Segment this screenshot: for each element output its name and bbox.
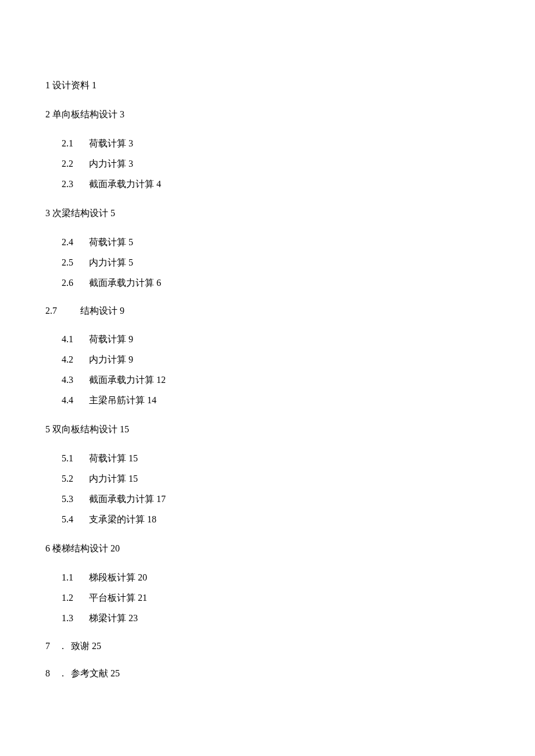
subsection-title: 截面承载力计算 [89, 278, 154, 288]
subsection-num: 4.3 [62, 373, 85, 387]
section-page: 5 [110, 208, 115, 218]
section-num: 1 [45, 80, 50, 90]
subsection-num: 1.2 [62, 591, 85, 605]
toc-subsection: 2.6 截面承载力计算 6 [62, 276, 535, 290]
toc-subsection: 2.2 内力计算 3 [62, 157, 535, 171]
toc-subsection: 4.4 主梁吊筋计算 14 [62, 393, 535, 407]
section-title: 单向板结构设计 [52, 109, 117, 119]
section-num: 2 [45, 109, 50, 119]
toc-section-7: 7 ． 致谢 25 [45, 640, 535, 653]
section-num: 6 [45, 543, 50, 553]
subsection-title: 内力计算 [89, 257, 126, 267]
section-title: 双向板结构设计 [52, 424, 117, 434]
subsection-page: 9 [129, 334, 133, 344]
subsection-page: 23 [129, 613, 138, 623]
subsection-title: 平台板计算 [89, 593, 135, 603]
toc-section-4-subs: 4.1 荷载计算 9 4.2 内力计算 9 4.3 截面承载力计算 12 4.4… [45, 332, 535, 407]
subsection-page: 18 [147, 514, 156, 524]
toc-subsection: 4.3 截面承载力计算 12 [62, 373, 535, 387]
subsection-num: 2.1 [62, 137, 85, 151]
subsection-page: 14 [147, 395, 156, 405]
section-title: 楼梯结构设计 [52, 543, 108, 553]
toc-subsection: 4.1 荷载计算 9 [62, 332, 535, 346]
toc-section-5-subs: 5.1 荷载计算 15 5.2 内力计算 15 5.3 截面承载力计算 17 5… [45, 452, 535, 526]
toc-subsection: 2.1 荷载计算 3 [62, 137, 535, 151]
toc-subsection: 5.2 内力计算 15 [62, 472, 535, 486]
toc-subsection: 2.3 截面承载力计算 4 [62, 177, 535, 191]
subsection-title: 荷载计算 [89, 138, 126, 148]
subsection-title: 荷载计算 [89, 237, 126, 247]
toc-section-6: 6 楼梯结构设计 20 [45, 542, 535, 556]
toc-section-5: 5 双向板结构设计 15 [45, 422, 535, 436]
subsection-page: 21 [138, 593, 147, 603]
section-title: 致谢 [71, 641, 90, 651]
section-num: 5 [45, 424, 50, 434]
section-num: 7 [45, 641, 50, 651]
toc-subsection: 5.4 支承梁的计算 18 [62, 513, 535, 526]
toc-subsection: 5.3 截面承载力计算 17 [62, 492, 535, 506]
subsection-page: 15 [129, 474, 138, 483]
toc-subsection: 1.1 梯段板计算 20 [62, 571, 535, 585]
toc-subsection: 1.2 平台板计算 21 [62, 591, 535, 605]
toc-section-3: 3 次梁结构设计 5 [45, 206, 535, 220]
subsection-title: 支承梁的计算 [89, 514, 145, 524]
toc-section-6-subs: 1.1 梯段板计算 20 1.2 平台板计算 21 1.3 梯梁计算 23 [45, 571, 535, 625]
subsection-title: 荷载计算 [89, 453, 126, 463]
section-page: 20 [110, 543, 120, 553]
subsection-page: 4 [156, 179, 161, 189]
subsection-num: 1.1 [62, 571, 85, 585]
subsection-page: 3 [129, 159, 133, 169]
subsection-page: 6 [156, 278, 161, 288]
subsection-title: 主梁吊筋计算 [89, 395, 145, 405]
section-num: 2.7 [45, 306, 57, 316]
subsection-page: 12 [156, 375, 166, 385]
dot-separator: ． [58, 668, 67, 678]
subsection-title: 内力计算 [89, 159, 126, 169]
subsection-page: 15 [129, 453, 138, 463]
toc-section-3-subs: 2.4 荷载计算 5 2.5 内力计算 5 2.6 截面承载力计算 6 [45, 235, 535, 290]
subsection-num: 4.2 [62, 353, 85, 367]
subsection-title: 截面承载力计算 [89, 179, 154, 189]
section-title: 结构设计 [80, 306, 117, 316]
subsection-num: 5.1 [62, 452, 85, 465]
subsection-title: 梯梁计算 [89, 613, 126, 623]
subsection-title: 荷载计算 [89, 334, 126, 344]
subsection-num: 2.3 [62, 177, 85, 191]
toc-subsection: 2.5 内力计算 5 [62, 256, 535, 270]
subsection-num: 2.6 [62, 276, 85, 290]
toc-section-2-subs: 2.1 荷载计算 3 2.2 内力计算 3 2.3 截面承载力计算 4 [45, 137, 535, 191]
toc-section-4: 2.7 结构设计 9 [45, 305, 535, 317]
section-num: 3 [45, 208, 50, 218]
section-title: 参考文献 [71, 668, 108, 678]
section-num: 8 [45, 668, 50, 678]
dot-separator: ． [58, 641, 67, 651]
section-title: 次梁结构设计 [52, 208, 108, 218]
subsection-page: 5 [129, 237, 133, 247]
toc-section-1: 1 设计资料 1 [45, 78, 535, 92]
subsection-title: 截面承载力计算 [89, 375, 154, 385]
subsection-num: 5.3 [62, 492, 85, 506]
subsection-page: 3 [129, 138, 133, 148]
subsection-num: 5.4 [62, 513, 85, 526]
section-title: 设计资料 [52, 80, 90, 90]
toc-subsection: 2.4 荷载计算 5 [62, 235, 535, 249]
subsection-num: 4.4 [62, 393, 85, 407]
subsection-num: 1.3 [62, 611, 85, 625]
subsection-num: 4.1 [62, 332, 85, 346]
subsection-num: 2.4 [62, 235, 85, 249]
subsection-page: 5 [129, 257, 133, 267]
section-page: 15 [120, 424, 129, 434]
subsection-num: 5.2 [62, 472, 85, 486]
section-page: 3 [120, 109, 124, 119]
subsection-title: 梯段板计算 [89, 572, 135, 582]
toc-subsection: 5.1 荷载计算 15 [62, 452, 535, 465]
subsection-title: 截面承载力计算 [89, 494, 154, 504]
toc-subsection: 4.2 内力计算 9 [62, 353, 535, 367]
toc-section-2: 2 单向板结构设计 3 [45, 108, 535, 121]
subsection-title: 内力计算 [89, 354, 126, 364]
section-page: 25 [110, 668, 120, 678]
section-page: 1 [92, 80, 97, 90]
subsection-num: 2.5 [62, 256, 85, 270]
section-page: 25 [92, 641, 101, 651]
subsection-page: 9 [129, 354, 133, 364]
